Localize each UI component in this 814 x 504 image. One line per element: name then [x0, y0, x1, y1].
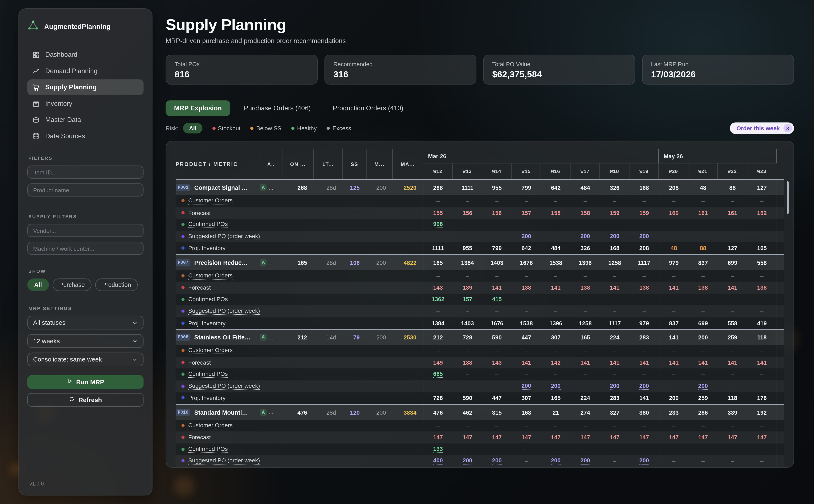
metric-label[interactable]: Customer Orders	[188, 347, 233, 354]
product-row-p010[interactable]: P010Standard Mounting Br...A...47628d120…	[175, 405, 784, 420]
sidebar-item-inventory[interactable]: Inventory	[27, 96, 144, 111]
confirmed-pos-value[interactable]: 415	[492, 296, 502, 303]
empty-value: –	[525, 446, 528, 452]
confirmed-pos-value[interactable]: 665	[433, 371, 443, 378]
item-id-input[interactable]	[27, 166, 144, 179]
risk-filter-below-ss[interactable]: Below SS	[251, 125, 282, 131]
week-cell: 141	[718, 282, 747, 293]
risk-filter-excess[interactable]: Excess	[327, 125, 351, 131]
week-cell: –	[718, 420, 747, 431]
metric-label[interactable]: Suggested PO (order week)	[188, 307, 260, 315]
risk-filter-healthy[interactable]: Healthy	[291, 125, 317, 131]
suggested-po-order-week-value[interactable]: 200	[698, 382, 708, 390]
run-mrp-button[interactable]: Run MRP	[27, 375, 144, 389]
week-values: 728590447307165224283141200259118176	[423, 392, 777, 404]
tab-production-orders-410[interactable]: Production Orders (410)	[324, 100, 412, 116]
week-cell: 21	[512, 467, 541, 468]
metric-label[interactable]: Customer Orders	[188, 197, 233, 205]
product-row-p007[interactable]: P007Precision Reducer Bus...A...16528d10…	[175, 255, 784, 270]
suggested-po-order-week-value[interactable]: 200	[522, 233, 531, 240]
product-name-input[interactable]	[27, 183, 144, 197]
show-filter-purchase[interactable]: Purchase	[52, 278, 91, 291]
suggested-po-order-week-value[interactable]: 200	[580, 457, 590, 465]
tab-purchase-orders-406[interactable]: Purchase Orders (406)	[236, 100, 319, 116]
empty-value: –	[584, 221, 587, 228]
confirmed-pos-value[interactable]: 157	[463, 296, 472, 303]
suggested-po-order-week-value[interactable]: 200	[551, 382, 561, 390]
suggested-po-order-week-value[interactable]: 200	[492, 457, 502, 465]
week-cell: –	[659, 305, 689, 317]
abc-more: ...	[269, 334, 274, 340]
metric-label[interactable]: Confirmed POs	[188, 221, 228, 228]
proj-inventory-value: 642	[522, 245, 531, 251]
status-select[interactable]: All statuses	[27, 316, 144, 330]
tab-mrp-explosion[interactable]: MRP Explosion	[166, 100, 230, 116]
empty-value: –	[731, 221, 734, 228]
risk-dot	[251, 127, 254, 130]
stat-label: Last MRP Run	[651, 61, 785, 67]
main-value: 283	[640, 334, 649, 340]
main-value: 1111	[461, 185, 473, 191]
show-filter-all[interactable]: All	[27, 278, 49, 291]
week-cell: –	[541, 368, 571, 380]
sidebar-item-data-sources[interactable]: Data Sources	[27, 128, 144, 144]
product-row-p001[interactable]: P001Compact Signal Conve...A...26828d125…	[175, 180, 784, 195]
week-cell: 141	[659, 282, 689, 293]
suggested-po-order-week-value[interactable]: 200	[551, 457, 561, 465]
metric-row-proj-inventory: Proj. Inventory4623151682127432738023328…	[175, 467, 784, 468]
week-cell: 157	[512, 207, 541, 219]
suggested-po-order-week-value[interactable]: 200	[640, 457, 649, 465]
metric-label[interactable]: Suggested PO (order week)	[188, 457, 260, 465]
main-value: 462	[463, 409, 472, 415]
consolidate-select[interactable]: Consolidate: same week	[27, 353, 144, 366]
week-cell: 160	[659, 207, 689, 219]
suggested-po-order-week-value[interactable]: 200	[640, 233, 649, 240]
suggested-po-order-week-value[interactable]: 200	[640, 382, 649, 390]
sidebar-item-master-data[interactable]: Master Data	[27, 112, 144, 128]
empty-value: –	[731, 347, 734, 354]
order-this-week-button[interactable]: Order this week 8	[730, 123, 794, 134]
suggested-po-order-week-value[interactable]: 200	[463, 457, 472, 465]
metric-label[interactable]: Suggested PO (order week)	[188, 233, 260, 240]
metric-label[interactable]: Confirmed POs	[188, 371, 228, 378]
metric-label[interactable]: Confirmed POs	[188, 296, 228, 303]
metric-label[interactable]: Customer Orders	[188, 272, 233, 279]
main-value: 590	[492, 334, 502, 340]
metric-label[interactable]: Confirmed POs	[188, 445, 228, 453]
refresh-button[interactable]: Refresh	[27, 393, 144, 407]
confirmed-pos-value[interactable]: 133	[433, 445, 443, 453]
suggested-po-order-week-value[interactable]: 200	[580, 233, 590, 240]
sidebar-item-dashboard[interactable]: Dashboard	[27, 47, 144, 63]
week-cell: –	[659, 219, 689, 230]
week-cell: 168	[600, 242, 630, 254]
show-filter-production[interactable]: Production	[95, 278, 138, 291]
week-cell: 138	[453, 356, 482, 368]
suggested-po-order-week-value[interactable]: 200	[610, 233, 620, 240]
week-cell: 642	[541, 180, 571, 195]
risk-filter-all[interactable]: All	[183, 123, 202, 133]
week-cell: –	[600, 455, 630, 467]
metric-label[interactable]: Customer Orders	[188, 422, 233, 429]
suggested-po-order-week-value[interactable]: 200	[522, 382, 531, 390]
machine-input[interactable]	[27, 242, 144, 255]
metric-label[interactable]: Suggested PO (order week)	[188, 382, 260, 390]
week-cell: 200	[689, 330, 718, 345]
suggested-po-order-week-value[interactable]: 200	[610, 382, 620, 390]
forecast-value: 158	[551, 210, 561, 216]
week-cell: 155	[423, 207, 453, 219]
empty-value: –	[495, 347, 498, 354]
vendor-input[interactable]	[27, 224, 144, 237]
product-row-p008[interactable]: P008Stainless Oil Filter 25...A...21214d…	[175, 330, 784, 345]
confirmed-pos-value[interactable]: 1362	[432, 296, 444, 303]
week-cell: –	[600, 293, 630, 305]
horizon-select[interactable]: 12 weeks	[27, 334, 144, 348]
table-scrollbar-thumb[interactable]	[787, 181, 789, 214]
confirmed-pos-value[interactable]: 998	[433, 221, 443, 228]
week-cell: –	[659, 195, 689, 207]
risk-filter-stockout[interactable]: Stockout	[212, 125, 241, 131]
week-cell: 274	[541, 467, 571, 468]
sidebar-item-supply-planning[interactable]: Supply Planning	[27, 79, 144, 95]
sidebar-item-demand-planning[interactable]: Demand Planning	[27, 63, 144, 79]
abc-class-cell: A...	[260, 409, 282, 416]
suggested-po-order-week-value[interactable]: 400	[433, 457, 443, 465]
